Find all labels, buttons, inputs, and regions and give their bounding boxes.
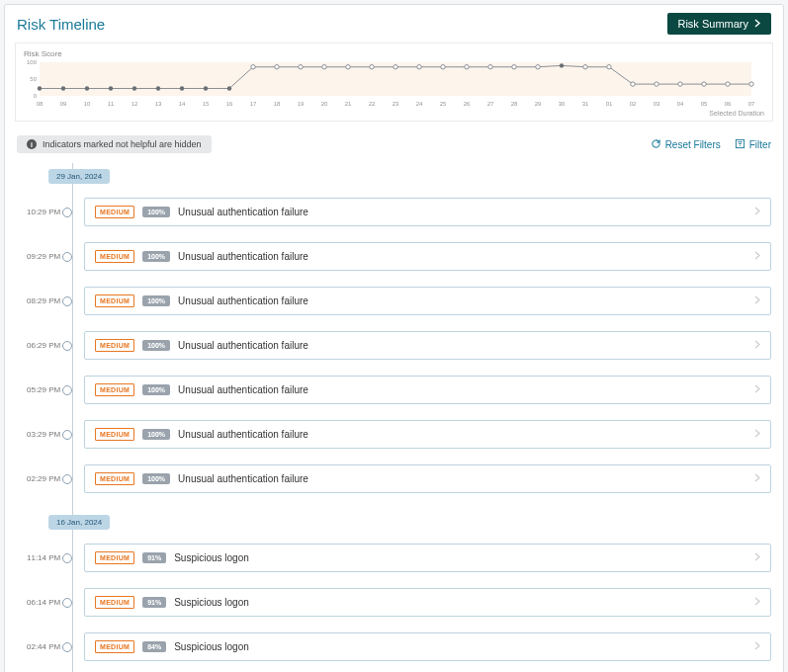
svg-text:09: 09 <box>60 101 67 107</box>
severity-badge: MEDIUM <box>95 551 134 564</box>
svg-text:28: 28 <box>511 101 518 107</box>
risk-score-chart: Risk Score 05010008091011121314151617181… <box>15 42 773 122</box>
svg-text:31: 31 <box>582 101 589 107</box>
event-card[interactable]: MEDIUM 100% Unusual authentication failu… <box>84 198 771 226</box>
chevron-right-icon <box>754 207 760 217</box>
svg-text:10: 10 <box>84 101 91 107</box>
notice-text: Indicators marked not helpful are hidden <box>43 139 202 149</box>
svg-text:15: 15 <box>203 101 210 107</box>
event-title: Unusual authentication failure <box>178 207 746 217</box>
severity-badge: MEDIUM <box>95 428 134 441</box>
svg-text:07: 07 <box>748 101 755 107</box>
chevron-right-icon <box>754 641 760 652</box>
page-title: Risk Timeline <box>17 16 105 33</box>
filter-button[interactable]: Filter <box>735 138 771 151</box>
svg-point-30 <box>655 82 658 86</box>
svg-point-19 <box>394 65 397 69</box>
event-time: 02:29 PM <box>27 474 66 483</box>
chevron-right-icon <box>754 429 760 440</box>
svg-text:14: 14 <box>179 101 186 107</box>
event-card[interactable]: MEDIUM 84% Suspicious logon <box>84 632 771 661</box>
timeline: 29 Jan, 2024 10:29 PM MEDIUM 100% Unusua… <box>5 163 783 672</box>
svg-text:24: 24 <box>416 101 423 107</box>
toolbar: i Indicators marked not helpful are hidd… <box>5 129 783 163</box>
svg-text:08: 08 <box>37 101 44 107</box>
severity-badge: MEDIUM <box>95 294 134 307</box>
event-card[interactable]: MEDIUM 100% Unusual authentication failu… <box>84 242 771 271</box>
svg-point-28 <box>607 65 611 69</box>
chevron-right-icon <box>754 18 761 30</box>
hidden-indicators-notice: i Indicators marked not helpful are hidd… <box>17 135 212 153</box>
severity-badge: MEDIUM <box>95 250 134 263</box>
severity-badge: MEDIUM <box>95 596 134 609</box>
event-row: 06:29 PM MEDIUM 100% Unusual authenticat… <box>27 331 771 360</box>
chevron-right-icon <box>754 384 760 395</box>
svg-text:05: 05 <box>701 101 708 107</box>
timeline-dot <box>62 208 72 217</box>
svg-point-16 <box>322 65 326 69</box>
event-title: Unusual authentication failure <box>178 251 746 262</box>
event-card[interactable]: MEDIUM 100% Unusual authentication failu… <box>84 287 771 315</box>
reset-filters-button[interactable]: Reset Filters <box>651 138 721 151</box>
svg-text:17: 17 <box>250 101 257 107</box>
svg-text:50: 50 <box>30 76 37 82</box>
event-card[interactable]: MEDIUM 100% Unusual authentication failu… <box>84 331 771 360</box>
svg-point-22 <box>465 65 469 69</box>
svg-point-29 <box>631 82 635 86</box>
timeline-dot <box>62 430 72 440</box>
svg-point-13 <box>251 65 255 69</box>
svg-point-15 <box>299 65 303 69</box>
event-card[interactable]: MEDIUM 100% Unusual authentication failu… <box>84 464 771 493</box>
svg-text:29: 29 <box>535 101 542 107</box>
event-title: Suspicious logon <box>174 552 746 563</box>
event-card[interactable]: MEDIUM 100% Unusual authentication failu… <box>84 376 771 404</box>
event-time: 11:14 PM <box>27 553 66 562</box>
severity-badge: MEDIUM <box>95 339 134 352</box>
timeline-dot <box>62 598 72 608</box>
svg-point-18 <box>370 65 374 69</box>
percent-badge: 91% <box>142 597 166 608</box>
event-time: 08:29 PM <box>27 296 66 305</box>
severity-badge: MEDIUM <box>95 472 134 485</box>
svg-text:03: 03 <box>654 101 660 107</box>
event-card[interactable]: MEDIUM 100% Unusual authentication failu… <box>84 420 771 449</box>
event-row: 05:29 PM MEDIUM 100% Unusual authenticat… <box>27 376 771 404</box>
svg-point-34 <box>749 82 753 86</box>
event-card[interactable]: MEDIUM 91% Suspicious logon <box>84 544 771 572</box>
event-title: Unusual authentication failure <box>178 295 746 306</box>
svg-text:11: 11 <box>108 101 115 107</box>
svg-point-11 <box>204 86 208 90</box>
event-row: 03:29 PM MEDIUM 100% Unusual authenticat… <box>27 420 771 449</box>
event-row: 06:14 PM MEDIUM 91% Suspicious logon <box>27 588 771 617</box>
event-time: 03:29 PM <box>27 430 66 439</box>
timeline-dot <box>62 553 72 563</box>
event-title: Unusual authentication failure <box>178 384 746 395</box>
svg-point-8 <box>132 86 136 90</box>
svg-point-31 <box>678 82 682 86</box>
svg-text:21: 21 <box>345 101 352 107</box>
event-card[interactable]: MEDIUM 91% Suspicious logon <box>84 588 771 617</box>
chevron-right-icon <box>754 552 760 563</box>
event-row: 09:29 PM MEDIUM 100% Unusual authenticat… <box>27 242 771 271</box>
svg-text:12: 12 <box>131 101 138 107</box>
svg-point-10 <box>180 86 184 90</box>
percent-badge: 84% <box>142 641 166 652</box>
svg-text:06: 06 <box>725 101 732 107</box>
event-row: 08:29 PM MEDIUM 100% Unusual authenticat… <box>27 287 771 315</box>
chart-title: Risk Score <box>24 49 764 58</box>
svg-point-32 <box>702 82 706 86</box>
risk-summary-button[interactable]: Risk Summary <box>667 13 771 35</box>
panel-header: Risk Timeline Risk Summary <box>5 5 783 39</box>
percent-badge: 100% <box>142 295 170 306</box>
severity-badge: MEDIUM <box>95 206 134 218</box>
percent-badge: 100% <box>142 473 170 484</box>
svg-point-12 <box>227 86 231 90</box>
svg-text:0: 0 <box>34 93 38 99</box>
svg-text:04: 04 <box>677 101 684 107</box>
date-chip: 29 Jan, 2024 <box>48 169 110 184</box>
svg-point-21 <box>441 65 445 69</box>
percent-badge: 91% <box>142 552 166 563</box>
svg-point-24 <box>512 65 516 69</box>
event-title: Unusual authentication failure <box>178 473 746 484</box>
event-time: 06:14 PM <box>27 598 66 607</box>
